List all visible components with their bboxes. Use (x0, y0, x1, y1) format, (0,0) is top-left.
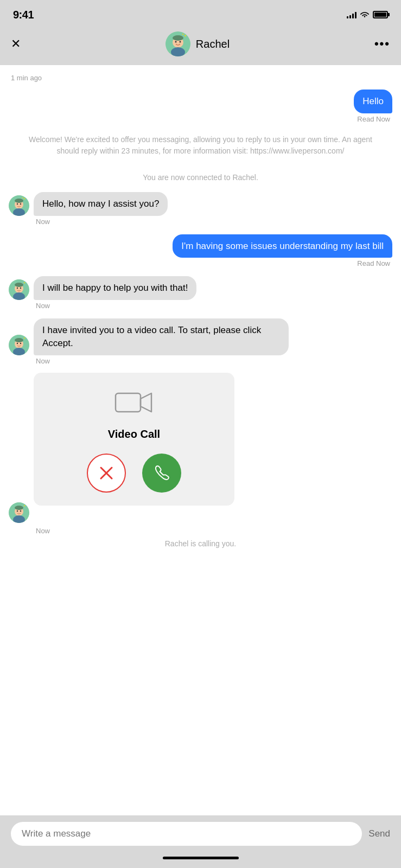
svg-point-2 (173, 35, 183, 41)
home-bar (163, 857, 239, 859)
agent-name: Rachel (196, 38, 230, 50)
video-camera-icon (114, 389, 154, 419)
svg-point-5 (179, 41, 181, 43)
header-center: ✦ ✦ Rachel (166, 31, 230, 56)
read-status: Read Now (357, 259, 392, 267)
message-time: Now (9, 218, 50, 226)
message-input[interactable] (11, 822, 362, 846)
chat-header: ✕ ✦ ✦ Rachel ••• (0, 27, 401, 65)
message-row: Hello Read Now (9, 90, 392, 123)
home-indicator (0, 851, 401, 868)
svg-point-27 (17, 343, 18, 344)
svg-text:✦: ✦ (23, 197, 26, 200)
message-row: I'm having some issues understanding my … (9, 234, 392, 268)
calling-text: Rachel is calling you. (9, 539, 392, 548)
read-status: Read Now (357, 115, 392, 123)
timestamp-header: 1 min ago (11, 74, 392, 82)
message-row: ✦ ✦ Hello, how may I assist you? Now (9, 192, 392, 226)
close-button[interactable]: ✕ (11, 38, 21, 50)
agent-avatar-small: ✦ (9, 279, 29, 300)
message-with-avatar: ✦ I will be happy to help you with that! (9, 276, 196, 300)
svg-point-38 (20, 510, 21, 512)
message-with-avatar: ✦ I have invited you to a video call. To… (9, 318, 289, 355)
video-call-buttons (87, 454, 181, 493)
video-call-label: Video Call (108, 428, 160, 441)
svg-point-35 (15, 506, 23, 510)
agent-avatar: ✦ ✦ (166, 31, 190, 56)
svg-text:✦: ✦ (182, 33, 184, 36)
received-bubble: I have invited you to a video call. To s… (34, 318, 289, 355)
svg-point-18 (15, 283, 23, 287)
received-bubble: Hello, how may I assist you? (34, 192, 168, 216)
message-time: Now (9, 302, 50, 310)
agent-avatar-small: ✦ ✦ (9, 195, 29, 216)
svg-point-10 (15, 199, 23, 203)
received-bubble: I will be happy to help you with that! (34, 276, 196, 300)
svg-point-13 (20, 203, 21, 204)
more-options-button[interactable]: ••• (374, 37, 390, 51)
sent-bubble: I'm having some issues understanding my … (173, 234, 392, 258)
svg-point-4 (175, 41, 176, 43)
message-row: ✦ I will be happy to help you with that!… (9, 276, 392, 310)
send-button[interactable]: Send (368, 826, 390, 841)
status-time: 9:41 (13, 9, 34, 21)
input-bar: Send (0, 815, 401, 851)
status-icons (347, 11, 388, 18)
svg-text:✦: ✦ (23, 504, 26, 507)
message-time: Now (9, 357, 50, 365)
svg-point-20 (17, 288, 18, 289)
svg-point-28 (20, 343, 21, 344)
chat-area: 1 min ago Hello Read Now Welcome! We're … (0, 65, 401, 815)
svg-point-21 (20, 288, 21, 289)
svg-text:✦: ✦ (23, 281, 26, 284)
video-card-agent-row: ✦ (9, 502, 392, 523)
signal-icon (347, 11, 357, 18)
decline-call-button[interactable] (87, 454, 126, 493)
svg-point-37 (17, 510, 18, 512)
video-call-card: Video Call (34, 373, 234, 506)
message-with-avatar: ✦ ✦ Hello, how may I assist you? (9, 192, 168, 216)
status-bar: 9:41 (0, 0, 401, 27)
svg-point-12 (17, 203, 18, 204)
sent-bubble: Hello (354, 90, 392, 113)
accept-call-button[interactable] (142, 454, 181, 493)
agent-avatar-small: ✦ (9, 502, 29, 523)
system-message: Welcome! We're excited to offer you mess… (9, 127, 392, 163)
svg-text:✦: ✦ (23, 336, 26, 340)
svg-text:✦: ✦ (184, 34, 187, 37)
svg-rect-30 (116, 393, 141, 412)
battery-icon (373, 11, 388, 18)
svg-point-25 (15, 338, 23, 342)
wifi-icon (360, 11, 370, 18)
message-row: ✦ I have invited you to a video call. To… (9, 318, 392, 365)
connected-message: You are now connected to Rachel. (9, 165, 392, 190)
agent-avatar-small: ✦ (9, 335, 29, 355)
video-card-time: Now (9, 527, 392, 535)
